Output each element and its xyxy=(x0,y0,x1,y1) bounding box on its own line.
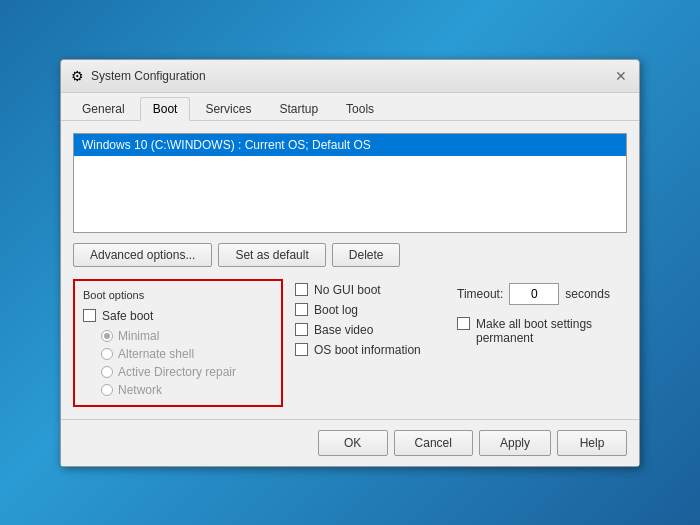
tab-startup[interactable]: Startup xyxy=(266,97,331,120)
no-gui-boot-row: No GUI boot xyxy=(295,283,445,297)
os-list-item[interactable]: Windows 10 (C:\WINDOWS) : Current OS; De… xyxy=(74,134,626,156)
safe-boot-row: Safe boot xyxy=(83,309,273,323)
radio-minimal-circle xyxy=(101,330,113,342)
os-boot-info-label: OS boot information xyxy=(314,343,421,357)
timeout-label: Timeout: xyxy=(457,287,503,301)
base-video-label: Base video xyxy=(314,323,373,337)
base-video-row: Base video xyxy=(295,323,445,337)
boot-options-box: Boot options Safe boot Minimal Alternate… xyxy=(73,279,283,407)
make-permanent-row: Make all boot settings permanent xyxy=(457,317,627,345)
tab-tools[interactable]: Tools xyxy=(333,97,387,120)
timeout-input[interactable] xyxy=(509,283,559,305)
radio-network[interactable]: Network xyxy=(101,383,273,397)
radio-alternate-shell[interactable]: Alternate shell xyxy=(101,347,273,361)
safe-boot-checkbox[interactable] xyxy=(83,309,96,322)
radio-alternate-shell-label: Alternate shell xyxy=(118,347,194,361)
set-default-button[interactable]: Set as default xyxy=(218,243,325,267)
tab-services[interactable]: Services xyxy=(192,97,264,120)
safe-boot-label: Safe boot xyxy=(102,309,153,323)
make-permanent-label: Make all boot settings permanent xyxy=(476,317,627,345)
os-boot-info-row: OS boot information xyxy=(295,343,445,357)
tab-boot[interactable]: Boot xyxy=(140,97,191,121)
system-config-dialog: ⚙ System Configuration ✕ General Boot Se… xyxy=(60,59,640,467)
boot-log-checkbox[interactable] xyxy=(295,303,308,316)
help-button[interactable]: Help xyxy=(557,430,627,456)
radio-options: Minimal Alternate shell Active Directory… xyxy=(101,329,273,397)
os-boot-info-checkbox[interactable] xyxy=(295,343,308,356)
cancel-button[interactable]: Cancel xyxy=(394,430,473,456)
ok-button[interactable]: OK xyxy=(318,430,388,456)
radio-ad-repair-label: Active Directory repair xyxy=(118,365,236,379)
no-gui-boot-label: No GUI boot xyxy=(314,283,381,297)
tab-bar: General Boot Services Startup Tools xyxy=(61,93,639,121)
no-gui-boot-checkbox[interactable] xyxy=(295,283,308,296)
radio-alternate-shell-circle xyxy=(101,348,113,360)
radio-minimal[interactable]: Minimal xyxy=(101,329,273,343)
delete-button[interactable]: Delete xyxy=(332,243,401,267)
boot-options-title: Boot options xyxy=(83,289,273,301)
tab-general[interactable]: General xyxy=(69,97,138,120)
radio-network-label: Network xyxy=(118,383,162,397)
advanced-options-button[interactable]: Advanced options... xyxy=(73,243,212,267)
right-options: Timeout: seconds Make all boot settings … xyxy=(457,279,627,345)
lower-section: Boot options Safe boot Minimal Alternate… xyxy=(73,279,627,407)
boot-log-row: Boot log xyxy=(295,303,445,317)
window-title: System Configuration xyxy=(91,69,206,83)
title-bar: ⚙ System Configuration ✕ xyxy=(61,60,639,93)
os-button-row: Advanced options... Set as default Delet… xyxy=(73,243,627,267)
timeout-row: Timeout: seconds xyxy=(457,283,627,305)
window-icon: ⚙ xyxy=(69,68,85,84)
boot-log-label: Boot log xyxy=(314,303,358,317)
close-button[interactable]: ✕ xyxy=(611,66,631,86)
os-list[interactable]: Windows 10 (C:\WINDOWS) : Current OS; De… xyxy=(73,133,627,233)
radio-network-circle xyxy=(101,384,113,396)
title-bar-left: ⚙ System Configuration xyxy=(69,68,206,84)
radio-ad-repair[interactable]: Active Directory repair xyxy=(101,365,273,379)
make-permanent-checkbox[interactable] xyxy=(457,317,470,330)
apply-button[interactable]: Apply xyxy=(479,430,551,456)
base-video-checkbox[interactable] xyxy=(295,323,308,336)
radio-ad-repair-circle xyxy=(101,366,113,378)
tab-content: Windows 10 (C:\WINDOWS) : Current OS; De… xyxy=(61,121,639,419)
seconds-label: seconds xyxy=(565,287,610,301)
dialog-footer: OK Cancel Apply Help xyxy=(61,419,639,466)
middle-options: No GUI boot Boot log Base video OS boot … xyxy=(295,279,445,357)
radio-minimal-label: Minimal xyxy=(118,329,159,343)
